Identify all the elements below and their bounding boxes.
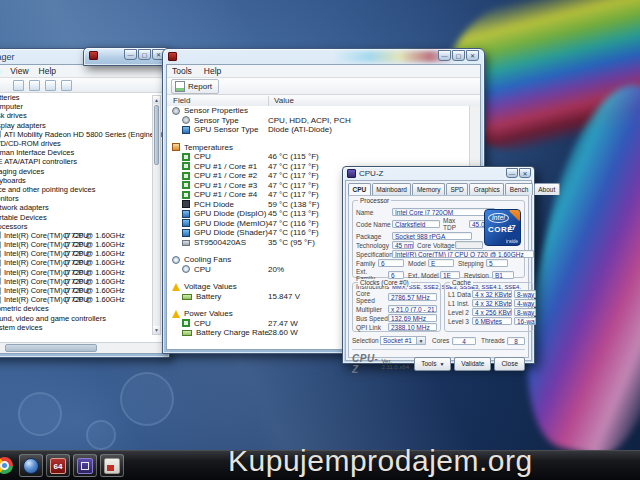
device-tree-item[interactable]: Intel(R) Core(TM) i7 CPUQ 720 @ 1.60GHz	[0, 295, 165, 304]
cache-size-field[interactable]: 4 x 256 KBytes	[472, 308, 512, 316]
taskbar-slot-aida64-icon[interactable]: 64	[46, 454, 70, 477]
revision-field[interactable]: B1	[492, 271, 514, 279]
toolbar-refresh-icon[interactable]	[29, 80, 40, 91]
cache-ways-field[interactable]: 8-way	[514, 308, 536, 316]
device-tree-item[interactable]: Portable Devices	[0, 212, 165, 221]
core-speed-field[interactable]: 2786.57 MHz	[388, 293, 437, 301]
background-window-titlebar[interactable]: — ▢ ✕	[83, 47, 170, 66]
device-tree-item[interactable]: Computer	[0, 102, 165, 111]
close-button[interactable]: ✕	[466, 50, 479, 61]
device-tree-item[interactable]: ATI Mobility Radeon HD 5800 Series (Engi…	[0, 130, 165, 139]
cache-ways-field[interactable]: 16-way	[514, 317, 536, 325]
cache-ways-field[interactable]: 4-way	[514, 299, 536, 307]
tab-mainboard[interactable]: Mainboard	[372, 183, 412, 195]
scroll-down-icon[interactable]: ▼	[153, 326, 160, 334]
chevron-down-icon[interactable]: ▼	[416, 337, 425, 344]
tab-bench[interactable]: Bench	[505, 183, 532, 195]
minimize-button[interactable]: —	[506, 168, 518, 178]
menu-view[interactable]: View	[10, 66, 28, 76]
device-tree-item[interactable]: Batteries	[0, 93, 165, 102]
bus-speed-field[interactable]: 132.69 MHz	[388, 314, 437, 322]
device-tree-item[interactable]: Imaging devices	[0, 167, 165, 176]
specification-field[interactable]: Intel(R) Core(TM) i7 CPU Q 720 @ 1.60GHz	[392, 250, 534, 258]
device-tree-item[interactable]: Human Interface Devices	[0, 148, 165, 157]
scrollbar-thumb[interactable]	[5, 344, 97, 352]
device-tree-item[interactable]: Intel(R) Core(TM) i7 CPUQ 720 @ 1.60GHz	[0, 268, 165, 277]
cpuz-icon[interactable]	[77, 458, 93, 474]
device-tree-item[interactable]: DVD/CD-ROM drives	[0, 139, 165, 148]
device-tree-item[interactable]: Sound, video and game controllers	[0, 314, 165, 323]
device-tree-item[interactable]: IDE ATA/ATAPI controllers	[0, 157, 165, 166]
menu-help[interactable]: Help	[39, 66, 56, 76]
column-field[interactable]: Field	[173, 96, 190, 105]
tab-spd[interactable]: SPD	[446, 183, 468, 195]
image-viewer-icon[interactable]	[104, 458, 120, 474]
sensor-row[interactable]: Sensor Properties	[167, 106, 468, 116]
tools-button[interactable]: Tools▼	[414, 357, 451, 371]
maximize-button[interactable]: ▢	[452, 50, 465, 61]
socket-selector[interactable]: Socket #1 ▼	[380, 336, 426, 345]
tab-cpu[interactable]: CPU	[348, 183, 371, 195]
aida64-icon[interactable]: 64	[50, 458, 66, 474]
cache-size-field[interactable]: 4 x 32 KBytes	[472, 299, 512, 307]
scrollbar-thumb[interactable]	[154, 105, 159, 165]
tab-about[interactable]: About	[534, 183, 560, 195]
core-voltage-field[interactable]	[455, 241, 483, 249]
maximize-button[interactable]: ▢	[138, 49, 151, 60]
stepping-field[interactable]: 5	[486, 259, 508, 267]
minimize-button[interactable]: —	[124, 49, 137, 60]
device-tree-item[interactable]: Processors	[0, 222, 165, 231]
menu-help[interactable]: Help	[204, 66, 221, 76]
device-tree-item[interactable]: Intel(R) Core(TM) i7 CPUQ 720 @ 1.60GHz	[0, 286, 165, 295]
validate-button[interactable]: Validate	[454, 357, 491, 371]
sensor-row[interactable]: Sensor TypeCPU, HDD, ACPI, PCH	[167, 116, 468, 126]
device-tree-item[interactable]: Keyboards	[0, 176, 165, 185]
toolbar-properties-icon[interactable]	[45, 80, 56, 91]
toolbar-help-icon[interactable]	[61, 80, 72, 91]
cache-size-field[interactable]: 6 MBytes	[472, 317, 512, 325]
toolbar-computer-icon[interactable]	[13, 80, 24, 91]
device-tree-item[interactable]: Biometric devices	[0, 304, 165, 313]
device-tree-item[interactable]: Intel(R) Core(TM) i7 CPUQ 720 @ 1.60GHz	[0, 277, 165, 286]
device-tree-item[interactable]: Display adapters	[0, 121, 165, 130]
device-tree-item[interactable]: Disk drives	[0, 111, 165, 120]
taskbar-slot-cpuz-icon[interactable]	[73, 454, 97, 477]
device-tree-item[interactable]: Network adapters	[0, 203, 165, 212]
sensor-row[interactable]: GPU Sensor TypeDiode (ATI-Diode)	[167, 125, 468, 135]
scroll-up-icon[interactable]: ▲	[153, 96, 160, 104]
device-tree-item[interactable]: Intel(R) Core(TM) i7 CPUQ 720 @ 1.60GHz	[0, 258, 165, 267]
close-button[interactable]: ✕	[519, 168, 531, 178]
ext-model-field[interactable]: 1E	[440, 271, 460, 279]
cpu-name-field[interactable]: Intel Core i7 720QM	[392, 208, 495, 216]
sensor-row[interactable]: Temperatures	[167, 143, 468, 153]
menu-tools[interactable]: Tools	[172, 66, 192, 76]
taskbar-slot-network-orb-icon[interactable]	[19, 454, 43, 477]
close-button[interactable]: Close	[494, 357, 525, 371]
tab-graphics[interactable]: Graphics	[469, 183, 504, 195]
package-field[interactable]: Socket 988 rPGA	[392, 232, 472, 240]
model-field[interactable]: E	[428, 259, 454, 267]
cache-size-field[interactable]: 4 x 32 KBytes	[472, 290, 512, 298]
device-tree-hscrollbar[interactable]	[0, 342, 165, 353]
report-button[interactable]: Report	[171, 79, 219, 94]
network-orb-icon[interactable]	[23, 458, 39, 474]
device-tree-item[interactable]: Monitors	[0, 194, 165, 203]
tab-memory[interactable]: Memory	[412, 183, 444, 195]
taskbar-slot-image-viewer-icon[interactable]	[100, 454, 124, 477]
device-tree-vscrollbar[interactable]: ▲ ▼	[152, 95, 161, 335]
cache-ways-field[interactable]: 8-way	[514, 290, 536, 298]
ext-family-field[interactable]: 6	[388, 271, 404, 279]
column-value[interactable]: Value	[268, 96, 294, 106]
device-tree-item[interactable]: Intel(R) Core(TM) i7 CPUQ 720 @ 1.60GHz	[0, 249, 165, 258]
sensor-row[interactable]: CPU46 °C (115 °F)	[167, 152, 468, 162]
device-tree-item[interactable]: Mice and other pointing devices	[0, 185, 165, 194]
chrome-icon[interactable]	[0, 457, 13, 474]
device-tree-item[interactable]: System devices	[0, 323, 165, 332]
taskbar-slot-chrome-icon[interactable]	[0, 454, 16, 477]
qpi-link-field[interactable]: 2388.10 MHz	[388, 323, 437, 331]
device-tree-item[interactable]: Intel(R) Core(TM) i7 CPUQ 720 @ 1.60GHz	[0, 231, 165, 240]
multiplier-field[interactable]: x 21.0 (7.0 - 21.0)	[388, 305, 437, 313]
technology-field[interactable]: 45 nm	[392, 241, 414, 249]
code-name-field[interactable]: Clarksfield	[392, 220, 440, 228]
family-field[interactable]: 6	[378, 259, 404, 267]
